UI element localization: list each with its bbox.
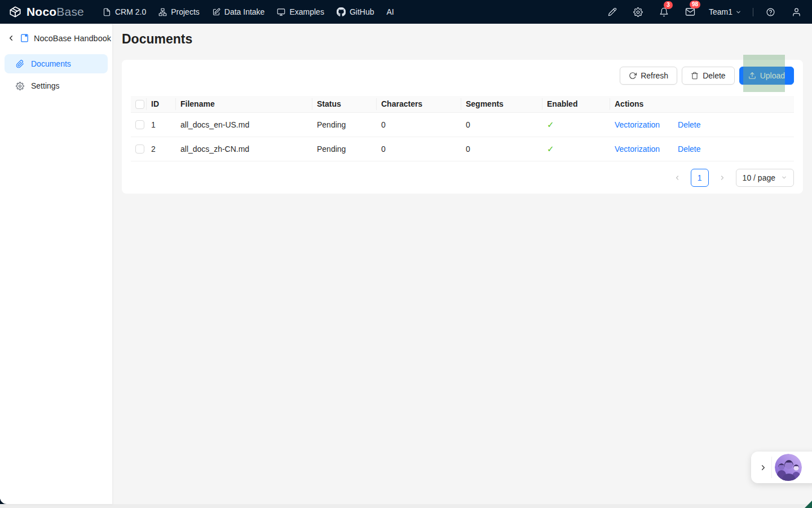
column-header-actions: Actions xyxy=(610,96,794,112)
chevron-down-icon xyxy=(781,174,787,181)
cell-characters: 0 xyxy=(377,137,461,161)
column-header-segments: Segments xyxy=(461,96,542,112)
nocobase-logo-icon xyxy=(8,5,23,19)
cell-filename: all_docs_en-US.md xyxy=(176,112,312,137)
github-icon xyxy=(337,7,346,16)
row-checkbox[interactable] xyxy=(135,120,144,129)
nav-item-examples[interactable]: Examples xyxy=(271,0,330,24)
nav-item-github[interactable]: GitHub xyxy=(330,0,381,24)
shell-bottom-strip xyxy=(0,504,812,508)
delete-link[interactable]: Delete xyxy=(678,120,700,129)
page-title: Documents xyxy=(122,32,803,47)
file-icon xyxy=(103,8,111,16)
sidebar-header: NocoBase Handbook xyxy=(0,24,112,51)
enabled-check-icon: ✓ xyxy=(547,144,554,154)
column-header-enabled: Enabled xyxy=(542,96,610,112)
vectorization-link[interactable]: Vectorization xyxy=(615,144,660,154)
cell-status: Pending xyxy=(312,137,377,161)
back-chevron-icon[interactable] xyxy=(7,34,15,42)
logo-text: NocoBase xyxy=(27,5,84,19)
sidebar-item-documents[interactable]: Documents xyxy=(5,54,108,73)
sidebar: NocoBase Handbook Documents Settin xyxy=(0,24,113,504)
cell-segments: 0 xyxy=(461,137,542,161)
row-checkbox[interactable] xyxy=(135,144,144,154)
toolbar: Refresh Delete Upl xyxy=(131,67,794,85)
upload-button[interactable]: Upload xyxy=(739,67,794,85)
team-avatar[interactable] xyxy=(775,454,802,481)
refresh-icon xyxy=(629,72,637,80)
nav-menu: CRM 2.0 Projects Data Intake xyxy=(96,0,400,24)
ui-editor-pen-icon[interactable] xyxy=(606,5,619,19)
settings-gear-icon[interactable] xyxy=(631,5,645,19)
monitor-icon xyxy=(277,8,285,16)
handbook-book-icon xyxy=(20,33,29,43)
page-size-select[interactable]: 10 / page xyxy=(736,169,794,187)
chevron-down-icon xyxy=(735,9,742,15)
table-row: 2 all_docs_zh-CN.md Pending 0 0 ✓ Vector… xyxy=(131,137,794,161)
refresh-button[interactable]: Refresh xyxy=(620,67,677,85)
column-header-filename: Filename xyxy=(176,96,312,112)
cell-segments: 0 xyxy=(461,112,542,137)
column-header-id: ID xyxy=(147,96,176,112)
gear-icon xyxy=(16,82,24,90)
nocobase-logo[interactable]: NocoBase xyxy=(8,5,84,19)
user-profile-icon[interactable] xyxy=(789,5,804,19)
help-icon[interactable] xyxy=(764,5,778,19)
delete-button[interactable]: Delete xyxy=(682,67,734,85)
nav-item-crm[interactable]: CRM 2.0 xyxy=(96,0,152,24)
main-content: Documents Refresh xyxy=(113,24,812,508)
messages-mail-icon[interactable]: 98 xyxy=(683,5,698,19)
navbar-divider xyxy=(753,8,753,16)
page-number-button[interactable]: 1 xyxy=(691,169,709,187)
paperclip-icon xyxy=(16,60,24,68)
cell-id: 2 xyxy=(147,137,176,161)
cell-status: Pending xyxy=(312,112,377,137)
table-row: 1 all_docs_en-US.md Pending 0 0 ✓ Vector… xyxy=(131,112,794,137)
assistant-widget xyxy=(751,452,812,483)
message-badge: 98 xyxy=(690,1,700,8)
notifications-bell-icon[interactable]: 3 xyxy=(657,5,671,19)
team-selector[interactable]: Team1 xyxy=(709,7,742,16)
select-all-checkbox[interactable] xyxy=(135,100,144,109)
prev-page-button[interactable] xyxy=(668,169,686,187)
next-page-button[interactable] xyxy=(713,169,731,187)
expand-chevron-icon[interactable] xyxy=(754,456,771,479)
cell-characters: 0 xyxy=(377,112,461,137)
form-edit-icon xyxy=(212,8,220,16)
sidebar-title: NocoBase Handbook xyxy=(34,34,111,43)
cell-id: 1 xyxy=(147,112,176,137)
documents-table: ID Filename Status Characters Segments E… xyxy=(131,96,794,161)
app-layout: NocoBase Handbook Documents Settin xyxy=(0,24,812,508)
navbar-right: 3 98 Team1 xyxy=(594,5,804,19)
sidebar-item-settings[interactable]: Settings xyxy=(5,76,108,95)
trash-icon xyxy=(691,72,699,80)
nav-item-data-intake[interactable]: Data Intake xyxy=(206,0,271,24)
column-header-status: Status xyxy=(312,96,377,112)
delete-link[interactable]: Delete xyxy=(678,144,700,154)
vectorization-link[interactable]: Vectorization xyxy=(615,120,660,129)
top-navbar: NocoBase CRM 2.0 Projects xyxy=(0,0,812,24)
widget-divider xyxy=(771,457,772,478)
documents-card: Refresh Delete Upl xyxy=(122,60,803,194)
sitemap-icon xyxy=(158,8,167,16)
pagination: 1 10 / page xyxy=(131,169,794,187)
table-header-row: ID Filename Status Characters Segments E… xyxy=(131,96,794,112)
column-header-characters: Characters xyxy=(377,96,461,112)
nav-item-projects[interactable]: Projects xyxy=(152,0,206,24)
shell-green-corner xyxy=(805,501,812,508)
sidebar-menu: Documents Settings xyxy=(0,51,112,102)
notification-badge: 3 xyxy=(664,1,673,9)
cell-filename: all_docs_zh-CN.md xyxy=(176,137,312,161)
enabled-check-icon: ✓ xyxy=(547,120,554,129)
nav-item-ai[interactable]: AI xyxy=(380,0,400,24)
upload-icon xyxy=(748,72,756,80)
